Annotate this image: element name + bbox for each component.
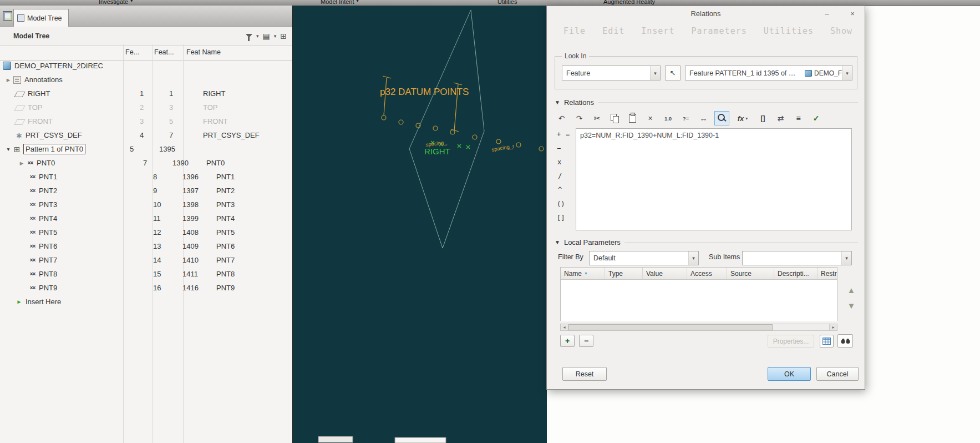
- tree-row-pnt6[interactable]: ××PNT6 131409PNT6: [0, 239, 292, 253]
- ribbon-group-utilities[interactable]: Utilities: [497, 0, 517, 5]
- tree-row-insert-here[interactable]: ►Insert Here: [0, 295, 292, 309]
- add-parameter-button[interactable]: +: [560, 335, 575, 347]
- ribbon-group-augmented-reality[interactable]: Augmented Reality: [603, 0, 655, 5]
- tree-row-pnt7[interactable]: ××PNT7 141410PNT7: [0, 253, 292, 267]
- caret-down-icon[interactable]: ▾: [256, 33, 259, 39]
- scroll-left-icon[interactable]: ◂: [561, 324, 568, 330]
- menu-edit[interactable]: Edit: [602, 26, 624, 36]
- column-name[interactable]: Name▼: [561, 268, 605, 279]
- operator-divide[interactable]: /: [558, 172, 562, 180]
- table-view-button[interactable]: [820, 335, 834, 348]
- menu-utilities[interactable]: Utilities: [764, 26, 814, 36]
- redo-icon[interactable]: ↷: [572, 112, 586, 125]
- relation-expression[interactable]: p32=NUM_R:FID_1390+NUM_L:FID_1390-1: [580, 132, 847, 139]
- tree-item-label[interactable]: PRT_CSYS_DEF: [26, 131, 82, 139]
- tree-row-right-plane[interactable]: RIGHT 11RIGHT: [0, 87, 292, 100]
- operator-minus[interactable]: −: [557, 144, 561, 152]
- switch-dims-icon[interactable]: ⇄: [774, 112, 788, 125]
- parameters-table-body[interactable]: [561, 280, 837, 321]
- tree-row-annotations[interactable]: ▶Annotations: [0, 73, 292, 87]
- column-header-feat-name[interactable]: Feat Name: [186, 48, 221, 56]
- move-up-icon[interactable]: ▲: [845, 284, 857, 296]
- move-down-icon[interactable]: ▼: [845, 299, 857, 311]
- table-horizontal-scrollbar[interactable]: ◂ ▸: [560, 324, 837, 331]
- collapse-arrow-icon[interactable]: ▼: [4, 147, 12, 152]
- panel-dock-icon[interactable]: [3, 11, 12, 21]
- column-restricted[interactable]: Restric: [817, 268, 837, 279]
- cancel-button[interactable]: Cancel: [816, 367, 859, 381]
- operator-parentheses[interactable]: (): [557, 200, 565, 208]
- tree-row-top-plane[interactable]: TOP 23TOP: [0, 100, 292, 114]
- tree-item-label[interactable]: Annotations: [24, 75, 63, 84]
- surface-outline[interactable]: [409, 10, 484, 248]
- ok-button[interactable]: OK: [768, 367, 811, 381]
- operator-plus[interactable]: +: [557, 130, 561, 138]
- verify-icon[interactable]: ✓: [809, 112, 823, 125]
- tree-settings-icon[interactable]: ⊞: [280, 32, 287, 40]
- tree-row-pnt8[interactable]: ××PNT8 151411PNT8: [0, 267, 292, 281]
- tree-item-label[interactable]: TOP: [28, 103, 43, 112]
- dialog-title-bar[interactable]: Relations: [547, 6, 865, 21]
- line-length-icon[interactable]: ↔: [697, 112, 710, 125]
- menu-show[interactable]: Show: [830, 26, 852, 36]
- tree-item-label[interactable]: PNT5: [39, 228, 57, 236]
- tree-item-label[interactable]: PNT2: [39, 187, 57, 195]
- tree-row-csys[interactable]: ∗PRT_CSYS_DEF 47PRT_CSYS_DEF: [0, 128, 292, 142]
- tree-filter-icon[interactable]: [246, 34, 252, 38]
- caret-down-icon[interactable]: ▾: [274, 33, 277, 39]
- tab-model-tree[interactable]: Model Tree: [13, 9, 69, 27]
- sorted-list-icon[interactable]: ≡: [791, 112, 805, 125]
- pattern-dimension-label[interactable]: p32 DATUM POINTS: [380, 87, 469, 97]
- ribbon-group-model-intent[interactable]: Model Intent▾: [321, 0, 359, 5]
- tree-item-label[interactable]: PNT1: [39, 173, 57, 181]
- operator-equals[interactable]: =: [566, 130, 570, 138]
- conditional-icon[interactable]: ?=: [679, 112, 693, 125]
- find-icon[interactable]: [714, 111, 729, 125]
- functions-icon[interactable]: fx▾: [733, 112, 752, 125]
- tree-row-pnt2[interactable]: ××PNT2 91397PNT2: [0, 184, 292, 198]
- graphics-viewport[interactable]: p32 DATUM POINTS RIGHT spacing_ spacing_…: [292, 6, 547, 443]
- scrollbar-thumb[interactable]: [568, 324, 773, 330]
- sub-items-combo[interactable]: ▾: [742, 251, 852, 265]
- tree-item-label[interactable]: PNT3: [39, 200, 57, 209]
- cut-icon[interactable]: ✂: [590, 112, 604, 125]
- minimize-button[interactable]: –: [821, 8, 832, 18]
- tree-row-pnt3[interactable]: ××PNT3 101398PNT3: [0, 198, 292, 212]
- copy-icon[interactable]: [608, 112, 622, 125]
- column-type[interactable]: Type: [605, 268, 643, 279]
- column-description[interactable]: Descripti...: [774, 268, 817, 279]
- properties-button[interactable]: Properties...: [768, 335, 814, 348]
- column-header-fe[interactable]: Fe...: [125, 48, 139, 56]
- operator-power[interactable]: ^: [558, 186, 562, 194]
- column-filter-icon[interactable]: ▼: [584, 271, 588, 275]
- tree-row-pnt4[interactable]: ××PNT4 111399PNT4: [0, 212, 292, 225]
- caret-down-icon[interactable]: ▾: [688, 251, 698, 265]
- datum-plane-label[interactable]: RIGHT: [424, 147, 450, 156]
- delete-parameter-button[interactable]: −: [579, 335, 593, 347]
- relations-section-header[interactable]: ▼ Relations: [555, 98, 858, 107]
- column-value[interactable]: Value: [643, 268, 687, 279]
- spacing-dimension-label[interactable]: spacing_r: [491, 143, 514, 153]
- tree-row-pnt9[interactable]: ××PNT9 161416PNT9: [0, 281, 292, 295]
- ribbon-group-investigate[interactable]: Investigate▾: [99, 0, 133, 5]
- local-parameters-section-header[interactable]: ▼ Local Parameters: [555, 238, 858, 246]
- delete-icon[interactable]: ×: [643, 112, 657, 125]
- paste-icon[interactable]: [626, 112, 639, 125]
- select-item-button[interactable]: ↖: [665, 66, 681, 80]
- scroll-right-icon[interactable]: ▸: [829, 324, 837, 330]
- tree-item-label[interactable]: Insert Here: [26, 298, 61, 306]
- operator-brackets[interactable]: []: [557, 214, 565, 222]
- tree-item-label[interactable]: PNT0: [37, 159, 55, 167]
- tree-item-label-selected[interactable]: Pattern 1 of PNT0: [23, 144, 85, 154]
- look-in-type-combo[interactable]: Feature ▾: [562, 66, 661, 80]
- caret-down-icon[interactable]: ▾: [841, 251, 851, 265]
- tree-item-label[interactable]: PNT6: [39, 242, 57, 250]
- menu-parameters[interactable]: Parameters: [691, 26, 747, 36]
- tree-item-label[interactable]: DEMO_PATTERN_2DIREC: [14, 62, 103, 70]
- section-collapse-icon[interactable]: ▼: [555, 99, 560, 105]
- tree-item-label[interactable]: PNT7: [39, 256, 57, 264]
- tree-item-label[interactable]: PNT4: [39, 214, 57, 223]
- tree-row-front-plane[interactable]: FRONT 35FRONT: [0, 114, 292, 128]
- tree-row-pnt0[interactable]: ▶××PNT0 71390PNT0: [0, 156, 292, 170]
- look-in-target-field[interactable]: Feature PATTERN_1 id 1395 of Model DEMO_…: [685, 66, 852, 80]
